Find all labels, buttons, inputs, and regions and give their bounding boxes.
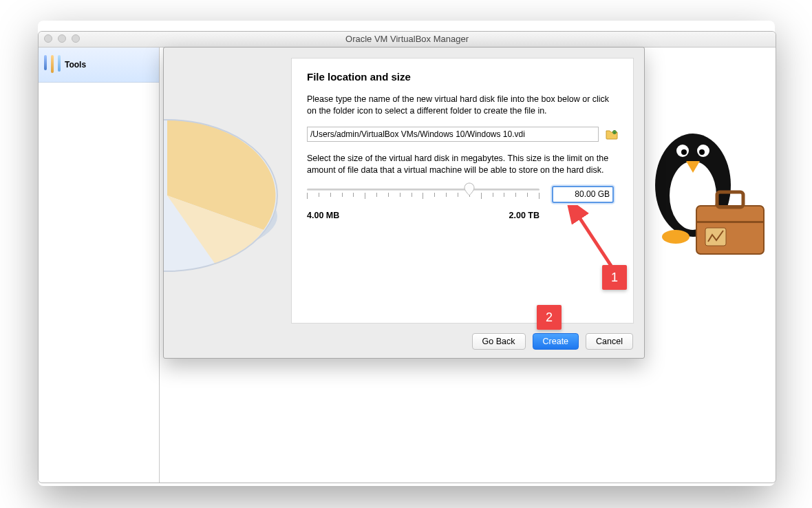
titlebar: Oracle VM VirtualBox Manager — [39, 32, 776, 47]
close-icon[interactable] — [44, 34, 52, 43]
create-button[interactable]: Create — [533, 333, 579, 350]
dialog-desc-1: Please type the name of the new virtual … — [307, 94, 618, 117]
slider-thumb-icon[interactable] — [462, 182, 476, 196]
slider-max-label: 2.00 TB — [509, 211, 539, 220]
virtualbox-mascot-icon — [631, 109, 769, 275]
sidebar: Tools — [39, 47, 160, 483]
slider-min-label: 4.00 MB — [307, 211, 339, 220]
dialog-heading: File location and size — [307, 71, 618, 83]
dialog-footer: Go Back Create Cancel — [472, 333, 633, 350]
dialog-desc-2: Select the size of the virtual hard disk… — [307, 153, 618, 176]
file-path-input[interactable] — [307, 127, 599, 142]
go-back-button[interactable]: Go Back — [472, 333, 526, 350]
svg-point-4 — [681, 149, 687, 155]
create-disk-dialog: File location and size Please type the n… — [163, 47, 645, 359]
sidebar-item-tools[interactable]: Tools — [39, 47, 159, 83]
svg-point-7 — [662, 230, 690, 244]
annotation-callout-1: 1 — [602, 265, 627, 290]
svg-point-5 — [699, 149, 705, 155]
window-controls[interactable] — [44, 34, 80, 43]
disk-size-value: 80.00 GB — [575, 189, 610, 199]
minimize-icon[interactable] — [58, 34, 66, 43]
disk-size-slider[interactable] — [307, 186, 539, 209]
cancel-button[interactable]: Cancel — [586, 333, 633, 350]
folder-icon — [606, 129, 618, 140]
disk-illustration — [164, 65, 291, 326]
tools-icon — [44, 55, 61, 74]
window-title: Oracle VM VirtualBox Manager — [345, 34, 469, 44]
svg-rect-11 — [696, 221, 764, 223]
disk-size-input[interactable]: 80.00 GB — [552, 186, 614, 203]
tools-label: Tools — [65, 60, 86, 70]
dialog-body: File location and size Please type the n… — [291, 58, 634, 324]
zoom-icon[interactable] — [72, 34, 80, 43]
browse-folder-button[interactable] — [606, 129, 618, 140]
annotation-callout-2: 2 — [537, 305, 562, 330]
